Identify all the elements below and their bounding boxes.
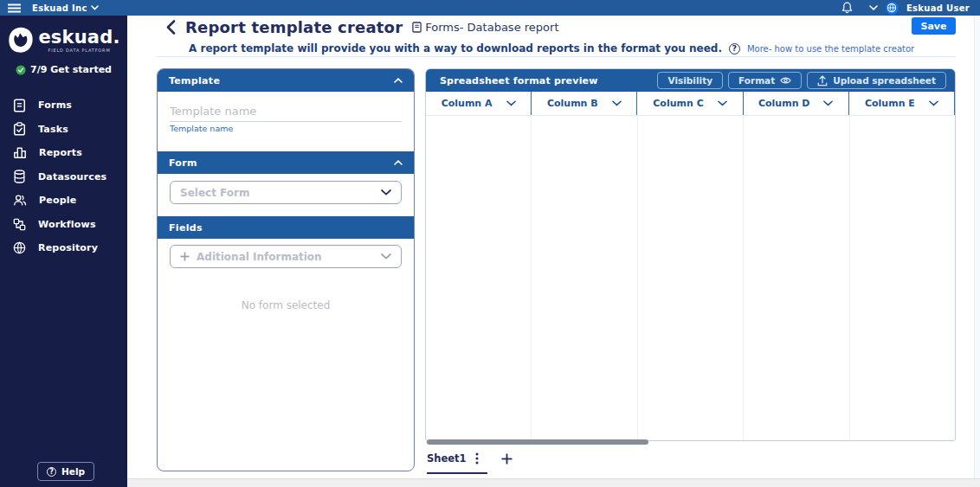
spreadsheet-grid [426,116,955,440]
save-button[interactable]: Save [912,17,956,35]
column-label: Column E [865,98,915,109]
upload-spreadsheet-button[interactable]: Upload spreadsheet [807,72,946,89]
format-label: Format [738,75,775,86]
more-help-link[interactable]: More- how to use the template creator [747,44,914,54]
template-panel: Template Template name Form Select Form … [157,68,415,471]
chevron-down-icon[interactable] [612,100,622,106]
spreadsheet-title: Spreadsheet format preview [440,75,598,87]
sidebar-item-workflows[interactable]: Workflows [0,213,127,237]
template-section-header[interactable]: Template [158,69,414,92]
template-section-body: Template name [158,103,414,151]
logo-wordmark: eskuad. [38,29,119,47]
fields-section-header: Fields [158,216,414,239]
org-selector[interactable]: Eskuad Inc [32,3,99,13]
form-select-placeholder: Select Form [180,187,249,199]
column-label: Column B [547,98,598,109]
add-sheet-button[interactable] [501,453,513,465]
sidebar-item-label: Forms [38,99,72,111]
sidebar-item-tasks[interactable]: Tasks [0,118,127,142]
repository-icon [13,241,26,254]
sidebar-item-label: Datasources [38,171,106,183]
sidebar: eskuad. Field Data Platform 7/9 Get star… [0,16,127,487]
user-name[interactable]: Eskuad User [906,3,970,13]
column-header-d[interactable]: Column D [744,92,849,115]
chevron-up-icon[interactable] [394,78,403,83]
form-section-body: Select Form [158,181,414,216]
sheet-tab[interactable]: Sheet1 [427,452,467,465]
chevron-down-icon [381,253,391,260]
sidebar-item-label: Tasks [38,124,68,135]
sidebar-item-datasources[interactable]: Datasources [0,165,127,189]
horizontal-scrollbar[interactable] [427,439,648,445]
sidebar-item-reports[interactable]: Reports [0,141,127,165]
header-divider [157,56,956,57]
template-name-input[interactable] [170,103,402,122]
main-content: Report template creator Forms- Database … [127,16,980,487]
document-icon [412,22,422,33]
sidebar-nav: Forms Tasks Reports Datasources People W… [0,93,127,260]
form-section-header[interactable]: Form [158,151,414,174]
chevron-down-icon[interactable] [823,100,833,106]
report-context-label: Forms- Database report [425,21,558,34]
page-title: Report template creator [185,18,403,36]
logo: eskuad. Field Data Platform [0,27,127,54]
sidebar-item-label: People [39,195,76,206]
visibility-label: Visibility [667,75,712,86]
plus-icon [180,252,190,261]
hamburger-menu-icon[interactable] [8,3,21,13]
additional-information-select[interactable]: Aditional Information [170,245,402,268]
back-button[interactable] [166,20,176,35]
page-vertical-scrollbar-track[interactable] [974,16,980,478]
chevron-down-icon [91,5,99,10]
form-icon [13,99,26,112]
org-name: Eskuad Inc [32,3,87,13]
sidebar-item-forms[interactable]: Forms [0,93,127,118]
chevron-down-icon [381,189,391,195]
app-root: Eskuad Inc Eskuad User eskuad. Field Dat… [0,0,980,487]
people-icon [13,194,27,207]
topbar: Eskuad Inc Eskuad User [0,0,980,16]
datasources-icon [13,170,26,183]
form-select[interactable]: Select Form [170,181,402,204]
column-label: Column A [442,98,493,109]
visibility-button[interactable]: Visibility [657,72,723,89]
chevron-down-icon[interactable] [929,100,938,106]
get-started-label: 7/9 Get started [30,64,112,75]
column-header-c[interactable]: Column C [637,92,743,115]
column-header-row: Column A Column B Column C Column D Colu… [426,92,955,116]
sheet-menu-kebab-icon[interactable] [475,452,479,465]
column-label: Column D [758,98,810,109]
help-label: Help [61,466,85,477]
template-name-helper: Template name [170,124,414,133]
fields-section-body: Aditional Information No form selected [158,245,414,311]
sidebar-item-repository[interactable]: Repository [0,236,127,260]
chevron-down-icon[interactable] [718,100,727,106]
check-circle-icon [16,65,26,75]
help-button[interactable]: ? Help [37,462,94,481]
avatar[interactable] [886,2,899,15]
fields-section-title: Fields [169,222,203,234]
eskuad-logo-mark-icon [7,27,35,54]
spreadsheet-header: Spreadsheet format preview Visibility Fo… [426,69,955,92]
chevron-down-icon[interactable] [506,100,516,106]
notifications-bell-icon[interactable] [841,2,853,14]
empty-state-message: No form selected [158,299,414,311]
sheet-tabs: Sheet1 [427,452,513,465]
upload-label: Upload spreadsheet [833,75,936,86]
column-header-a[interactable]: Column A [425,92,532,115]
fields-placeholder: Aditional Information [197,251,322,263]
column-header-b[interactable]: Column B [532,92,637,115]
workflows-icon [13,218,26,231]
chevron-up-icon[interactable] [394,160,403,165]
help-circle-icon[interactable]: ? [729,43,740,54]
sidebar-item-people[interactable]: People [0,189,127,213]
format-button[interactable]: Format [728,72,802,89]
template-section-title: Template [169,75,220,87]
chevron-down-icon[interactable] [869,5,878,10]
page-horizontal-scrollbar-track[interactable] [127,478,980,487]
plus-icon [501,453,513,465]
logo-tagline: Field Data Platform [48,48,110,53]
sidebar-item-label: Reports [39,147,82,158]
column-header-e[interactable]: Column E [849,92,955,115]
get-started-progress[interactable]: 7/9 Get started [0,64,127,75]
